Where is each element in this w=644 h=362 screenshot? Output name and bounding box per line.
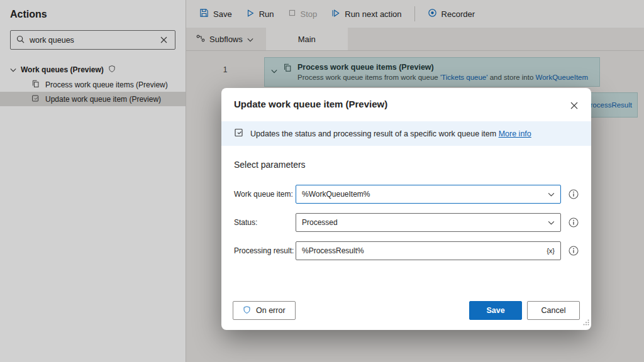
dialog-info-text: Updates the status and processing result… xyxy=(250,129,531,138)
field-label: Status: xyxy=(234,218,296,227)
field-value: %ProcessResult% xyxy=(302,246,541,255)
field-label: Work queue item: xyxy=(234,190,296,199)
status-dropdown[interactable]: Processed xyxy=(296,213,561,232)
chevron-down-icon[interactable] xyxy=(548,218,555,227)
app-window: Actions work queues Work queues (Preview… xyxy=(0,0,644,362)
update-item-icon xyxy=(234,128,244,140)
update-work-queue-item-dialog: Update work queue item (Preview) Updates… xyxy=(221,88,591,330)
field-work-queue-item: Work queue item: %WorkQueueItem% xyxy=(234,185,579,204)
info-icon[interactable] xyxy=(569,189,579,199)
select-parameters-heading: Select parameters xyxy=(234,160,579,170)
dialog-header: Update work queue item (Preview) xyxy=(221,88,591,121)
dialog-footer: On error Save Cancel xyxy=(221,292,591,330)
dialog-body: Select parameters Work queue item: %Work… xyxy=(221,146,591,260)
on-error-button[interactable]: On error xyxy=(233,301,296,320)
dialog-info-banner: Updates the status and processing result… xyxy=(221,121,591,146)
info-icon[interactable] xyxy=(569,217,579,228)
chevron-down-icon[interactable] xyxy=(548,190,555,199)
field-status: Status: Processed xyxy=(234,213,579,232)
dialog-cancel-button[interactable]: Cancel xyxy=(527,301,580,320)
field-value: %WorkQueueItem% xyxy=(302,190,548,199)
field-processing-result: Processing result: %ProcessResult% {x} xyxy=(234,241,579,260)
work-queue-item-dropdown[interactable]: %WorkQueueItem% xyxy=(296,185,561,204)
processing-result-input[interactable]: %ProcessResult% {x} xyxy=(296,241,561,260)
dialog-title: Update work queue item (Preview) xyxy=(234,97,387,109)
more-info-link[interactable]: More info xyxy=(499,129,531,138)
variable-picker-icon[interactable]: {x} xyxy=(541,247,555,255)
on-error-label: On error xyxy=(256,306,286,315)
shield-icon xyxy=(243,305,251,316)
dialog-save-button[interactable]: Save xyxy=(469,301,522,320)
field-label: Processing result: xyxy=(234,246,296,255)
field-value: Processed xyxy=(302,218,548,227)
info-text: Updates the status and processing result… xyxy=(250,129,496,138)
resize-grip-icon[interactable] xyxy=(583,317,589,328)
close-icon[interactable] xyxy=(566,97,582,114)
info-icon[interactable] xyxy=(569,246,579,256)
